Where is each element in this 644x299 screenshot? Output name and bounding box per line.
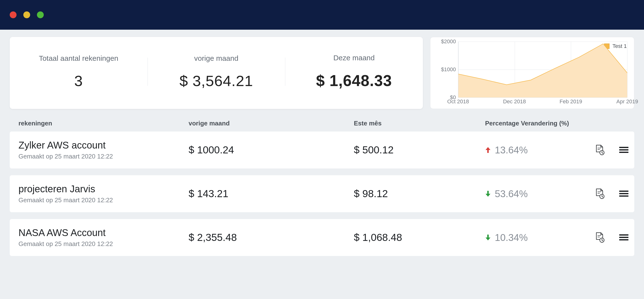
cell-account: NASA AWS AccountGemaakt op 25 maart 2020…	[18, 227, 188, 248]
account-created: Gemaakt op 25 maart 2020 12:22	[18, 196, 188, 204]
pct-change: 13.64%	[485, 145, 590, 156]
cell-this: $ 1,068.48	[354, 232, 485, 243]
schedule-report-icon[interactable]	[595, 232, 605, 243]
pct-value: 10.34%	[495, 232, 528, 243]
metric-value: $ 1,648.33	[316, 72, 392, 90]
chart-gridline	[627, 42, 628, 98]
metric-total-accounts: Totaal aantal rekeningen 3	[10, 48, 148, 95]
menu-icon[interactable]	[619, 188, 628, 199]
cell-pct: 13.64%	[485, 145, 590, 156]
cell-this: $ 500.12	[354, 144, 485, 156]
chart-x-axis: Oct 2018Dec 2018Feb 2019Apr 2019	[458, 98, 627, 106]
svg-rect-17	[619, 239, 628, 240]
chart-x-tick: Dec 2018	[503, 98, 526, 105]
chart-x-tick: Apr 2019	[616, 98, 638, 105]
money-this: $ 98.12	[354, 188, 388, 199]
account-title: Zylker AWS account	[18, 140, 188, 151]
cell-account: projecteren JarvisGemaakt op 25 maart 20…	[18, 184, 188, 204]
dashboard-content: Totaal aantal rekeningen 3 vorige maand …	[0, 30, 644, 270]
pct-value: 13.64%	[495, 145, 528, 156]
metric-label: vorige maand	[194, 54, 238, 62]
col-header-this: Este mês	[354, 120, 485, 127]
cell-actions	[590, 188, 628, 199]
chart-x-tick: Oct 2018	[447, 98, 469, 105]
col-header-pct: Percentage Verandering (%)	[485, 120, 590, 127]
summary-card: Totaal aantal rekeningen 3 vorige maand …	[10, 37, 423, 109]
cell-prev: $ 143.21	[188, 188, 354, 200]
arrow-down-icon	[485, 234, 491, 241]
table-rows: Zylker AWS accountGemaakt op 25 maart 20…	[10, 132, 634, 256]
pct-value: 53.64%	[495, 188, 528, 199]
arrow-down-icon	[485, 190, 491, 197]
cell-account: Zylker AWS accountGemaakt op 25 maart 20…	[18, 140, 188, 160]
table-header: rekeningen vorige maand Este mês Percent…	[10, 109, 634, 132]
metric-this-month: Deze maand $ 1,648.33	[285, 48, 423, 95]
svg-rect-9	[619, 190, 628, 192]
chart-x-tick: Feb 2019	[560, 98, 582, 105]
window-close-icon[interactable]	[10, 12, 16, 18]
col-header-prev: vorige maand	[188, 120, 354, 127]
table-row[interactable]: NASA AWS AccountGemaakt op 25 maart 2020…	[10, 219, 634, 256]
svg-rect-3	[619, 147, 628, 148]
account-title: NASA AWS Account	[18, 227, 188, 238]
arrow-up-icon	[485, 146, 491, 154]
window-titlebar	[0, 0, 644, 30]
cell-actions	[590, 232, 628, 243]
svg-rect-11	[619, 196, 628, 197]
top-row: Totaal aantal rekeningen 3 vorige maand …	[10, 37, 634, 109]
col-header-actions	[590, 120, 628, 127]
account-created: Gemaakt op 25 maart 2020 12:22	[18, 153, 188, 160]
table-row[interactable]: projecteren JarvisGemaakt op 25 maart 20…	[10, 175, 634, 212]
svg-rect-4	[619, 149, 628, 150]
chart-plot-area: $0$1000$2000	[458, 42, 627, 98]
schedule-report-icon[interactable]	[595, 188, 605, 199]
money-this: $ 500.12	[354, 144, 394, 156]
schedule-report-icon[interactable]	[595, 145, 605, 155]
chart-y-tick: $1000	[435, 66, 456, 73]
cell-this: $ 98.12	[354, 188, 485, 200]
cell-prev: $ 2,355.48	[188, 232, 354, 243]
window-maximize-icon[interactable]	[37, 12, 44, 18]
metric-label: Totaal aantal rekeningen	[39, 54, 118, 62]
account-created: Gemaakt op 25 maart 2020 12:22	[18, 240, 188, 248]
pct-change: 10.34%	[485, 232, 590, 243]
chart-card: Test 1 $0$1000$2000 Oct 2018Dec 2018Feb …	[430, 37, 634, 109]
money-this: $ 1,068.48	[354, 232, 402, 243]
chart-area-svg	[458, 42, 627, 98]
metric-prev-month: vorige maand $ 3,564.21	[148, 48, 285, 95]
table-row[interactable]: Zylker AWS accountGemaakt op 25 maart 20…	[10, 132, 634, 168]
cell-pct: 10.34%	[485, 232, 590, 243]
menu-icon[interactable]	[619, 232, 628, 243]
chart-y-tick: $2000	[435, 38, 456, 45]
window-minimize-icon[interactable]	[23, 12, 30, 18]
metric-value: 3	[74, 72, 83, 90]
metric-label: Deze maand	[334, 54, 375, 62]
traffic-lights	[10, 12, 44, 18]
cell-prev: $ 1000.24	[188, 144, 354, 156]
svg-rect-5	[619, 152, 628, 153]
money-prev: $ 2,355.48	[188, 232, 237, 243]
svg-rect-10	[619, 193, 628, 194]
svg-rect-16	[619, 237, 628, 238]
pct-change: 53.64%	[485, 188, 590, 199]
account-title: projecteren Jarvis	[18, 184, 188, 194]
money-prev: $ 1000.24	[188, 144, 234, 156]
menu-icon[interactable]	[619, 145, 628, 155]
money-prev: $ 143.21	[188, 188, 228, 199]
cell-pct: 53.64%	[485, 188, 590, 199]
cell-actions	[590, 145, 628, 155]
col-header-accounts: rekeningen	[18, 120, 188, 127]
metric-value: $ 3,564.21	[179, 72, 253, 90]
svg-rect-15	[619, 234, 628, 236]
